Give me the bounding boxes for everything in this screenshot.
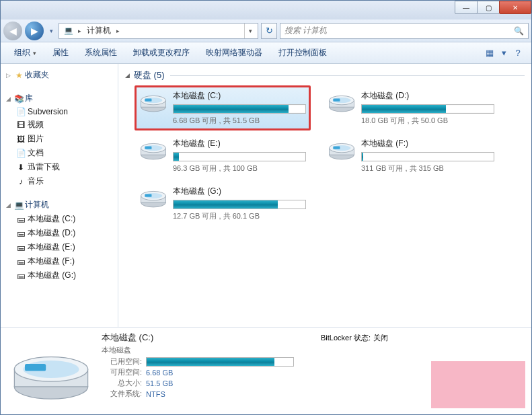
svg-rect-9 <box>333 99 340 102</box>
twisty-icon: ◢ <box>6 202 13 209</box>
drive-usage-bar <box>361 104 494 114</box>
sidebar-item-drive[interactable]: 🖴本地磁盘 (D:) <box>1 226 118 240</box>
drive-icon <box>139 138 167 166</box>
details-total-label: 总大小: <box>102 378 142 388</box>
drive-name: 本地磁盘 (E:) <box>173 138 306 149</box>
toolbar-system-properties[interactable]: 系统属性 <box>77 42 125 63</box>
sidebar-libraries-header[interactable]: ◢ 📚 库 <box>1 91 118 106</box>
details-free-value: 6.68 GB <box>146 369 173 377</box>
search-input[interactable]: 搜索 计算机 🔍 <box>280 23 529 39</box>
library-icon: 📚 <box>13 94 25 104</box>
toolbar-organize[interactable]: 组织 <box>6 42 44 63</box>
details-bitlocker-value: 关闭 <box>373 333 388 343</box>
sidebar-item-label: 本地磁盘 (G:) <box>28 270 76 281</box>
sidebar-label: 库 <box>25 93 33 104</box>
drive-info: 96.3 GB 可用 , 共 100 GB <box>173 163 306 174</box>
maximize-button[interactable]: ▢ <box>477 1 500 14</box>
chevron-right-icon[interactable]: ▸ <box>115 28 121 34</box>
svg-rect-29 <box>25 364 46 371</box>
view-mode-dropdown[interactable]: ▾ <box>499 45 508 61</box>
item-icon: 📄 <box>14 107 28 116</box>
sidebar-item[interactable]: 🖼图片 <box>1 132 118 146</box>
drive-usage-bar <box>173 152 306 161</box>
sidebar-item-label: 视频 <box>28 119 44 130</box>
sidebar: ▷ ★ 收藏夹 ◢ 📚 库 📄Subversion🎞视频🖼图片📄文档⬇迅雷下载♪… <box>1 64 118 327</box>
item-icon: ⬇ <box>14 163 28 172</box>
drive-icon: 🖴 <box>14 215 28 224</box>
sidebar-item-label: 迅雷下载 <box>28 161 60 173</box>
drive-icon: 🖴 <box>14 257 28 266</box>
drive-usage-bar <box>361 152 494 161</box>
overlay-watermark <box>431 361 525 408</box>
svg-rect-24 <box>145 194 151 197</box>
minimize-button[interactable]: — <box>455 1 478 14</box>
sidebar-label: 收藏夹 <box>25 69 49 81</box>
titlebar: — ▢ ✕ <box>1 1 531 20</box>
computer-icon: 💻 <box>13 200 25 210</box>
drive-name: 本地磁盘 (C:) <box>173 90 306 102</box>
details-used-bar <box>146 357 294 367</box>
drive-info: 18.0 GB 可用 , 共 50.0 GB <box>361 116 494 126</box>
nav-back-button[interactable]: ◀ <box>3 22 22 40</box>
details-used-label: 已用空间: <box>102 356 142 367</box>
sidebar-item-label: 本地磁盘 (F:) <box>28 256 75 267</box>
sidebar-item[interactable]: ♪音乐 <box>1 174 118 188</box>
refresh-button[interactable]: ↻ <box>261 23 277 39</box>
nav-forward-button[interactable]: ▶ <box>25 22 44 40</box>
twisty-icon: ◢ <box>6 96 13 102</box>
sidebar-label: 计算机 <box>25 199 49 211</box>
star-icon: ★ <box>13 71 25 80</box>
sidebar-computer-header[interactable]: ◢ 💻 计算机 <box>1 198 118 212</box>
sidebar-item-drive[interactable]: 🖴本地磁盘 (G:) <box>1 268 118 282</box>
drive-info: 12.7 GB 可用 , 共 60.1 GB <box>173 211 306 221</box>
sidebar-item[interactable]: 🎞视频 <box>1 118 118 132</box>
toolbar-control-panel[interactable]: 打开控制面板 <box>270 42 335 63</box>
sidebar-item-label: 文档 <box>28 147 44 159</box>
details-subtitle: 本地磁盘 <box>102 345 294 355</box>
sidebar-item-drive[interactable]: 🖴本地磁盘 (F:) <box>1 254 118 268</box>
drive-item[interactable]: 本地磁盘 (F:)311 GB 可用 , 共 315 GB <box>323 133 499 178</box>
group-title: 硬盘 (5) <box>134 69 165 81</box>
item-icon: 📄 <box>14 149 28 158</box>
sidebar-item-drive[interactable]: 🖴本地磁盘 (E:) <box>1 240 118 254</box>
drive-item[interactable]: 本地磁盘 (D:)18.0 GB 可用 , 共 50.0 GB <box>323 85 499 130</box>
group-header[interactable]: ◢ 硬盘 (5) <box>125 69 525 81</box>
drive-icon <box>328 90 356 118</box>
nav-history-dropdown[interactable]: ▾ <box>46 24 56 38</box>
details-fs-label: 文件系统: <box>102 389 142 399</box>
drive-info: 6.68 GB 可用 , 共 51.5 GB <box>173 116 306 126</box>
details-title: 本地磁盘 (C:) <box>102 332 294 344</box>
breadcrumb[interactable]: 💻 ▸ 计算机 ▸ ▾ <box>59 23 258 39</box>
sidebar-item[interactable]: 📄Subversion <box>1 106 118 118</box>
drive-icon <box>328 138 356 166</box>
nav-row: ◀ ▶ ▾ 💻 ▸ 计算机 ▸ ▾ ↻ 搜索 计算机 🔍 <box>1 20 531 42</box>
drive-icon: 🖴 <box>14 243 28 252</box>
sidebar-favorites-header[interactable]: ▷ ★ 收藏夹 <box>1 68 118 82</box>
chevron-right-icon[interactable]: ▸ <box>77 28 83 34</box>
drive-item[interactable]: 本地磁盘 (G:)12.7 GB 可用 , 共 60.1 GB <box>135 181 311 226</box>
sidebar-item-label: 本地磁盘 (E:) <box>28 241 75 253</box>
close-button[interactable]: ✕ <box>499 1 531 14</box>
help-icon[interactable]: ? <box>510 45 526 61</box>
toolbar-properties[interactable]: 属性 <box>44 42 77 63</box>
details-fs-value: NTFS <box>146 390 165 398</box>
drive-name: 本地磁盘 (D:) <box>361 90 494 102</box>
computer-icon: 💻 <box>63 26 74 36</box>
breadcrumb-segment[interactable]: 计算机 <box>83 24 115 38</box>
svg-rect-4 <box>145 99 151 102</box>
sidebar-item[interactable]: ⬇迅雷下载 <box>1 160 118 174</box>
item-icon: ♪ <box>14 177 28 186</box>
breadcrumb-dropdown[interactable]: ▾ <box>244 24 256 38</box>
drive-item[interactable]: 本地磁盘 (E:)96.3 GB 可用 , 共 100 GB <box>135 133 311 178</box>
drive-info: 311 GB 可用 , 共 315 GB <box>361 163 494 174</box>
view-mode-icon[interactable]: ▦ <box>482 45 498 61</box>
sidebar-item[interactable]: 📄文档 <box>1 146 118 160</box>
twisty-icon: ▷ <box>6 72 13 79</box>
toolbar-uninstall[interactable]: 卸载或更改程序 <box>125 42 198 63</box>
details-bitlocker-label: BitLocker 状态: <box>321 333 371 343</box>
sidebar-item-drive[interactable]: 🖴本地磁盘 (C:) <box>1 212 118 226</box>
toolbar-map-drive[interactable]: 映射网络驱动器 <box>198 42 270 63</box>
item-icon: 🎞 <box>14 120 28 130</box>
drive-item[interactable]: 本地磁盘 (C:)6.68 GB 可用 , 共 51.5 GB <box>135 85 311 130</box>
drive-icon: 🖴 <box>14 271 28 280</box>
